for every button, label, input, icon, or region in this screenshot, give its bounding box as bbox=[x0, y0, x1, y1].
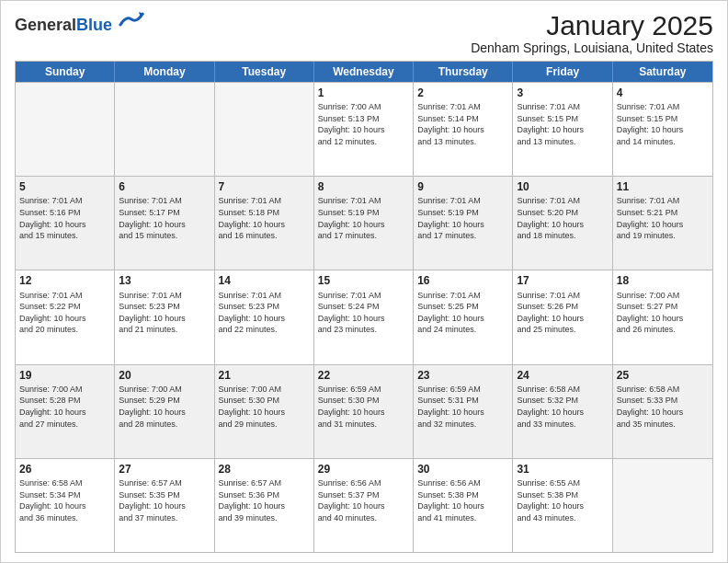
day-number: 29 bbox=[318, 462, 409, 477]
day-number: 12 bbox=[19, 273, 110, 288]
cal-cell: 14Sunrise: 7:01 AMSunset: 5:23 PMDayligh… bbox=[215, 270, 314, 363]
cell-info: Sunrise: 6:58 AMSunset: 5:32 PMDaylight:… bbox=[517, 384, 608, 430]
header-day-tuesday: Tuesday bbox=[215, 62, 314, 82]
cal-cell: 5Sunrise: 7:01 AMSunset: 5:16 PMDaylight… bbox=[16, 177, 115, 270]
cell-info: Sunrise: 6:55 AMSunset: 5:38 PMDaylight:… bbox=[517, 477, 608, 523]
cal-cell bbox=[115, 83, 214, 176]
day-number: 8 bbox=[318, 179, 409, 194]
logo: GeneralBlue bbox=[15, 14, 144, 35]
cell-info: Sunrise: 6:59 AMSunset: 5:30 PMDaylight:… bbox=[318, 384, 409, 430]
day-number: 3 bbox=[517, 86, 608, 100]
cal-cell: 21Sunrise: 7:00 AMSunset: 5:30 PMDayligh… bbox=[215, 365, 314, 458]
calendar-header-row: SundayMondayTuesdayWednesdayThursdayFrid… bbox=[16, 62, 712, 82]
location: Denham Springs, Louisiana, United States bbox=[471, 40, 713, 55]
cal-cell: 4Sunrise: 7:01 AMSunset: 5:15 PMDaylight… bbox=[613, 83, 712, 176]
day-number: 16 bbox=[417, 273, 508, 288]
cal-cell: 13Sunrise: 7:01 AMSunset: 5:23 PMDayligh… bbox=[115, 270, 214, 363]
cal-cell: 25Sunrise: 6:58 AMSunset: 5:33 PMDayligh… bbox=[613, 365, 712, 458]
cal-cell: 2Sunrise: 7:01 AMSunset: 5:14 PMDaylight… bbox=[414, 83, 513, 176]
cell-info: Sunrise: 7:00 AMSunset: 5:30 PMDaylight:… bbox=[219, 384, 310, 430]
day-number: 5 bbox=[19, 179, 110, 194]
cell-info: Sunrise: 7:01 AMSunset: 5:24 PMDaylight:… bbox=[318, 290, 409, 336]
day-number: 30 bbox=[417, 462, 508, 477]
day-number: 11 bbox=[617, 179, 709, 194]
cell-info: Sunrise: 6:57 AMSunset: 5:35 PMDaylight:… bbox=[119, 477, 210, 523]
cal-cell: 8Sunrise: 7:01 AMSunset: 5:19 PMDaylight… bbox=[314, 177, 414, 270]
day-number: 22 bbox=[318, 368, 409, 383]
cell-info: Sunrise: 7:01 AMSunset: 5:14 PMDaylight:… bbox=[417, 101, 508, 147]
cell-info: Sunrise: 7:01 AMSunset: 5:20 PMDaylight:… bbox=[517, 195, 608, 241]
cal-cell: 6Sunrise: 7:01 AMSunset: 5:17 PMDaylight… bbox=[115, 177, 214, 270]
header-day-friday: Friday bbox=[513, 62, 612, 82]
day-number: 19 bbox=[19, 368, 110, 383]
cal-cell: 22Sunrise: 6:59 AMSunset: 5:30 PMDayligh… bbox=[314, 365, 414, 458]
day-number: 24 bbox=[517, 368, 608, 383]
day-number: 13 bbox=[119, 273, 210, 288]
cal-cell: 24Sunrise: 6:58 AMSunset: 5:32 PMDayligh… bbox=[513, 365, 612, 458]
day-number: 9 bbox=[417, 179, 508, 194]
day-number: 20 bbox=[119, 368, 210, 383]
cal-cell: 30Sunrise: 6:56 AMSunset: 5:38 PMDayligh… bbox=[414, 459, 513, 552]
week-row-5: 26Sunrise: 6:58 AMSunset: 5:34 PMDayligh… bbox=[16, 458, 712, 552]
cell-info: Sunrise: 6:57 AMSunset: 5:36 PMDaylight:… bbox=[219, 477, 310, 523]
month-title: January 2025 bbox=[471, 10, 713, 40]
cal-cell: 7Sunrise: 7:01 AMSunset: 5:18 PMDaylight… bbox=[215, 177, 314, 270]
cell-info: Sunrise: 6:56 AMSunset: 5:37 PMDaylight:… bbox=[318, 477, 409, 523]
day-number: 14 bbox=[219, 273, 310, 288]
day-number: 15 bbox=[318, 273, 409, 288]
logo-general-text: General bbox=[15, 16, 76, 34]
day-number: 25 bbox=[617, 368, 709, 383]
calendar: SundayMondayTuesdayWednesdayThursdayFrid… bbox=[15, 61, 713, 553]
cal-cell: 11Sunrise: 7:01 AMSunset: 5:21 PMDayligh… bbox=[613, 177, 712, 270]
week-row-4: 19Sunrise: 7:00 AMSunset: 5:28 PMDayligh… bbox=[16, 364, 712, 458]
cal-cell: 23Sunrise: 6:59 AMSunset: 5:31 PMDayligh… bbox=[414, 365, 513, 458]
week-row-2: 5Sunrise: 7:01 AMSunset: 5:16 PMDaylight… bbox=[16, 176, 712, 270]
cal-cell: 27Sunrise: 6:57 AMSunset: 5:35 PMDayligh… bbox=[115, 459, 214, 552]
cell-info: Sunrise: 7:01 AMSunset: 5:15 PMDaylight:… bbox=[517, 101, 608, 147]
day-number: 26 bbox=[19, 462, 110, 477]
cell-info: Sunrise: 7:00 AMSunset: 5:29 PMDaylight:… bbox=[119, 384, 210, 430]
day-number: 28 bbox=[219, 462, 310, 477]
cell-info: Sunrise: 7:00 AMSunset: 5:28 PMDaylight:… bbox=[19, 384, 110, 430]
cell-info: Sunrise: 7:01 AMSunset: 5:23 PMDaylight:… bbox=[119, 290, 210, 336]
day-number: 2 bbox=[417, 86, 508, 100]
cell-info: Sunrise: 7:01 AMSunset: 5:26 PMDaylight:… bbox=[517, 290, 608, 336]
cell-info: Sunrise: 7:01 AMSunset: 5:16 PMDaylight:… bbox=[19, 195, 110, 241]
cell-info: Sunrise: 7:01 AMSunset: 5:22 PMDaylight:… bbox=[19, 290, 110, 336]
title-block: January 2025 Denham Springs, Louisiana, … bbox=[471, 10, 713, 55]
cal-cell: 10Sunrise: 7:01 AMSunset: 5:20 PMDayligh… bbox=[513, 177, 612, 270]
cal-cell: 15Sunrise: 7:01 AMSunset: 5:24 PMDayligh… bbox=[314, 270, 414, 363]
day-number: 31 bbox=[517, 462, 608, 477]
cal-cell: 29Sunrise: 6:56 AMSunset: 5:37 PMDayligh… bbox=[314, 459, 414, 552]
cell-info: Sunrise: 7:01 AMSunset: 5:25 PMDaylight:… bbox=[417, 290, 508, 336]
cell-info: Sunrise: 7:01 AMSunset: 5:15 PMDaylight:… bbox=[617, 101, 709, 147]
cal-cell: 18Sunrise: 7:00 AMSunset: 5:27 PMDayligh… bbox=[613, 270, 712, 363]
calendar-body: 1Sunrise: 7:00 AMSunset: 5:13 PMDaylight… bbox=[16, 82, 712, 552]
day-number: 18 bbox=[617, 273, 709, 288]
cal-cell: 9Sunrise: 7:01 AMSunset: 5:19 PMDaylight… bbox=[414, 177, 513, 270]
cal-cell: 17Sunrise: 7:01 AMSunset: 5:26 PMDayligh… bbox=[513, 270, 612, 363]
header-day-wednesday: Wednesday bbox=[314, 62, 414, 82]
day-number: 21 bbox=[219, 368, 310, 383]
cell-info: Sunrise: 6:58 AMSunset: 5:33 PMDaylight:… bbox=[617, 384, 709, 430]
page: GeneralBlue January 2025 Denham Springs,… bbox=[0, 0, 728, 563]
day-number: 17 bbox=[517, 273, 608, 288]
day-number: 4 bbox=[617, 86, 709, 100]
cell-info: Sunrise: 7:01 AMSunset: 5:19 PMDaylight:… bbox=[318, 195, 409, 241]
day-number: 10 bbox=[517, 179, 608, 194]
cal-cell: 1Sunrise: 7:00 AMSunset: 5:13 PMDaylight… bbox=[314, 83, 414, 176]
day-number: 1 bbox=[318, 86, 409, 100]
cal-cell: 26Sunrise: 6:58 AMSunset: 5:34 PMDayligh… bbox=[16, 459, 115, 552]
cal-cell: 19Sunrise: 7:00 AMSunset: 5:28 PMDayligh… bbox=[16, 365, 115, 458]
cal-cell bbox=[215, 83, 314, 176]
week-row-3: 12Sunrise: 7:01 AMSunset: 5:22 PMDayligh… bbox=[16, 270, 712, 363]
week-row-1: 1Sunrise: 7:00 AMSunset: 5:13 PMDaylight… bbox=[16, 82, 712, 176]
day-number: 6 bbox=[119, 179, 210, 194]
header-day-thursday: Thursday bbox=[414, 62, 513, 82]
header-day-monday: Monday bbox=[115, 62, 214, 82]
logo-icon bbox=[119, 10, 144, 30]
cell-info: Sunrise: 6:59 AMSunset: 5:31 PMDaylight:… bbox=[417, 384, 508, 430]
cal-cell bbox=[16, 83, 115, 176]
cal-cell bbox=[613, 459, 712, 552]
cell-info: Sunrise: 7:00 AMSunset: 5:27 PMDaylight:… bbox=[617, 290, 709, 336]
